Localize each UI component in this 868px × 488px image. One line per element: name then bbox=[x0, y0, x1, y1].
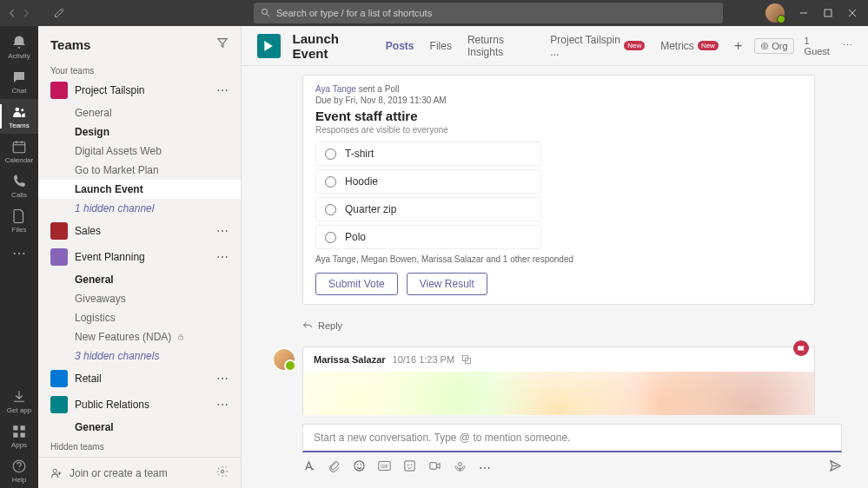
tab[interactable]: Files bbox=[430, 40, 452, 52]
svg-point-17 bbox=[357, 464, 359, 465]
svg-rect-5 bbox=[13, 425, 17, 430]
svg-point-2 bbox=[16, 107, 20, 111]
channel-row[interactable]: 3 hidden channels bbox=[38, 346, 241, 366]
new-badge: New bbox=[698, 41, 719, 50]
post-time: 10/16 1:23 PM bbox=[393, 354, 455, 365]
meet-icon[interactable] bbox=[428, 459, 441, 476]
team-more-icon[interactable]: ⋯ bbox=[216, 398, 229, 412]
format-icon[interactable] bbox=[302, 459, 315, 476]
channel-title: Launch Event bbox=[293, 31, 374, 61]
team-icon bbox=[50, 248, 68, 266]
tab[interactable]: Posts bbox=[386, 40, 414, 52]
poll-option[interactable]: Polo bbox=[315, 225, 541, 249]
poll-reply[interactable]: Reply bbox=[302, 315, 842, 336]
composer-toolbar: GIF ⋯ bbox=[302, 452, 842, 476]
poll-title: Event staff attire bbox=[315, 109, 802, 123]
poll-card: Aya Tange sent a Poll Due by Fri, Nov 8,… bbox=[302, 75, 815, 305]
rail-activity[interactable]: Activity bbox=[0, 30, 38, 64]
team-icon bbox=[50, 82, 68, 99]
team-more-icon[interactable]: ⋯ bbox=[216, 372, 229, 386]
channel-avatar bbox=[257, 34, 281, 58]
svg-point-25 bbox=[459, 463, 462, 466]
svg-rect-6 bbox=[21, 425, 25, 430]
attach-icon[interactable] bbox=[328, 459, 341, 476]
channel-row[interactable]: General bbox=[38, 418, 241, 437]
nav-back[interactable] bbox=[7, 8, 17, 18]
rail-apps[interactable]: Apps bbox=[0, 419, 38, 453]
svg-point-16 bbox=[354, 461, 364, 471]
search-input[interactable]: Search or type / for a list of shortcuts bbox=[254, 3, 723, 23]
settings-icon[interactable] bbox=[216, 465, 229, 480]
header-more-icon[interactable]: ⋯ bbox=[843, 40, 852, 51]
team-icon bbox=[50, 222, 68, 240]
channel-row[interactable]: Digital Assets Web bbox=[38, 142, 241, 161]
sticker-icon[interactable] bbox=[403, 459, 416, 476]
channel-row[interactable]: New Features (NDA) bbox=[38, 327, 241, 346]
post-sender: Marissa Salazar bbox=[314, 354, 386, 365]
channel-row[interactable]: Design bbox=[38, 122, 241, 142]
svg-rect-4 bbox=[13, 142, 25, 152]
app-rail: Activity Chat Teams Calendar Calls Files… bbox=[0, 26, 38, 488]
svg-rect-1 bbox=[825, 10, 832, 16]
titlebar: Search or type / for a list of shortcuts bbox=[0, 0, 868, 26]
tab[interactable]: Project Tailspin ...New bbox=[550, 34, 645, 58]
close-button[interactable] bbox=[847, 8, 858, 18]
channel-row[interactable]: Logistics bbox=[38, 308, 241, 327]
team-icon bbox=[50, 396, 68, 413]
svg-point-22 bbox=[407, 465, 409, 466]
team-row[interactable]: Event Planning⋯ bbox=[38, 244, 241, 270]
team-more-icon[interactable]: ⋯ bbox=[216, 250, 229, 264]
compose-icon[interactable] bbox=[54, 8, 64, 18]
user-avatar[interactable] bbox=[765, 3, 785, 23]
gif-icon[interactable]: GIF bbox=[378, 459, 391, 476]
minimize-button[interactable] bbox=[798, 8, 809, 18]
team-row[interactable]: Public Relations⋯ bbox=[38, 392, 241, 418]
tab[interactable]: MetricsNew bbox=[660, 40, 719, 52]
svg-point-23 bbox=[411, 465, 413, 466]
rail-chat[interactable]: Chat bbox=[0, 64, 38, 99]
channel-row[interactable]: Giveaways bbox=[38, 289, 241, 308]
tab[interactable]: Returns Insights bbox=[467, 34, 534, 58]
poll-option[interactable]: Hoodie bbox=[315, 169, 541, 194]
composer-more-icon[interactable]: ⋯ bbox=[479, 461, 491, 475]
filter-icon[interactable] bbox=[216, 36, 229, 52]
svg-rect-8 bbox=[21, 432, 25, 437]
team-more-icon[interactable]: ⋯ bbox=[216, 83, 229, 97]
messages-list: Aya Tange sent a Poll Due by Fri, Nov 8,… bbox=[242, 66, 868, 415]
post-author-avatar[interactable] bbox=[272, 347, 296, 372]
rail-calendar[interactable]: Calendar bbox=[0, 134, 38, 168]
view-result-button[interactable]: View Result bbox=[407, 273, 487, 295]
team-row[interactable]: Retail⋯ bbox=[38, 366, 241, 392]
svg-point-18 bbox=[361, 464, 362, 465]
composer-input[interactable]: Start a new conversation. Type @ to ment… bbox=[302, 424, 842, 452]
org-button[interactable]: Org bbox=[754, 38, 793, 54]
rail-help[interactable]: Help bbox=[0, 453, 38, 488]
svg-point-3 bbox=[21, 109, 23, 111]
channel-row[interactable]: General bbox=[38, 270, 241, 289]
team-row[interactable]: Project Tailspin⋯ bbox=[38, 77, 241, 103]
svg-text:GIF: GIF bbox=[381, 464, 388, 469]
channel-row[interactable]: 1 hidden channel bbox=[38, 199, 241, 218]
send-button[interactable] bbox=[829, 459, 842, 476]
poll-option[interactable]: T-shirt bbox=[315, 142, 541, 166]
add-tab-button[interactable]: + bbox=[734, 38, 742, 54]
rail-calls[interactable]: Calls bbox=[0, 168, 38, 203]
team-more-icon[interactable]: ⋯ bbox=[216, 224, 229, 238]
maximize-button[interactable] bbox=[823, 8, 833, 18]
team-row[interactable]: Sales⋯ bbox=[38, 218, 241, 244]
svg-rect-24 bbox=[430, 463, 437, 470]
rail-more[interactable]: ⋯ bbox=[12, 238, 26, 268]
channel-row[interactable]: Launch Event bbox=[38, 180, 241, 199]
post-translate-icon[interactable] bbox=[461, 354, 472, 365]
channel-row[interactable]: Go to Market Plan bbox=[38, 161, 241, 180]
rail-files[interactable]: Files bbox=[0, 203, 38, 238]
rail-getapp[interactable]: Get app bbox=[0, 384, 38, 419]
join-create-team[interactable]: Join or create a team bbox=[50, 467, 168, 479]
stream-icon[interactable] bbox=[454, 459, 467, 476]
poll-option[interactable]: Quarter zip bbox=[315, 197, 541, 221]
emoji-icon[interactable] bbox=[353, 459, 366, 476]
submit-vote-button[interactable]: Submit Vote bbox=[315, 273, 398, 295]
channel-row[interactable]: General bbox=[38, 103, 241, 122]
nav-forward[interactable] bbox=[21, 8, 31, 18]
rail-teams[interactable]: Teams bbox=[0, 99, 38, 134]
